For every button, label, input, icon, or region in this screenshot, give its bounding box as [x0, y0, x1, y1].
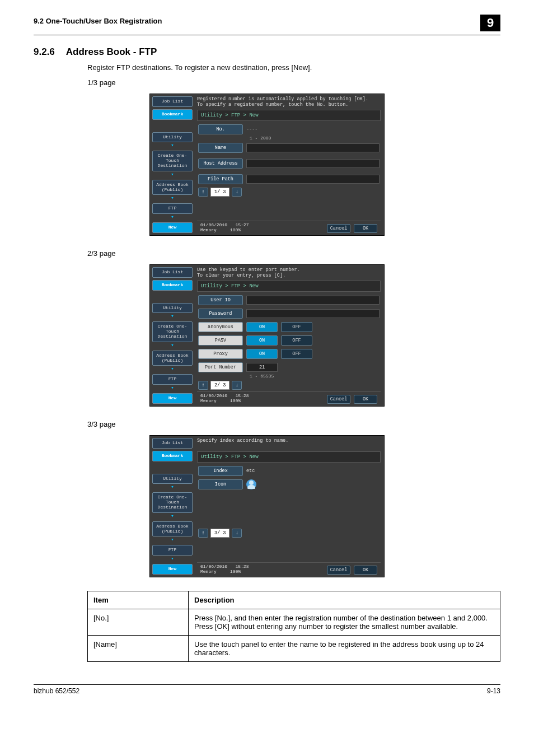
section-title: Address Book - FTP: [66, 46, 157, 58]
page-up-button[interactable]: ↑: [198, 529, 208, 538]
date-label: 01/06/2010: [200, 393, 227, 398]
no-current-value: ----: [246, 127, 257, 132]
anonymous-on-button[interactable]: ON: [246, 322, 278, 332]
chevron-down-icon: ▾: [152, 514, 193, 519]
description-table: Item Description [No.] Press [No.], and …: [87, 591, 500, 662]
utility-button[interactable]: Utility: [152, 132, 193, 143]
page-down-button[interactable]: ↓: [232, 381, 242, 390]
ok-button[interactable]: OK: [354, 566, 377, 575]
proxy-on-button[interactable]: ON: [246, 349, 278, 359]
chevron-down-icon: ▾: [152, 196, 193, 201]
ftp-button[interactable]: FTP: [152, 545, 193, 556]
memory-value: 100%: [230, 227, 241, 232]
chevron-down-icon: ▾: [152, 215, 193, 220]
chevron-down-icon: ▾: [152, 314, 193, 319]
ftp-button[interactable]: FTP: [152, 203, 193, 214]
index-button[interactable]: Index: [198, 466, 243, 476]
memory-label: Memory: [200, 569, 217, 574]
footer-right: 9-13: [487, 687, 500, 695]
printer-panel-1: Job List Bookmark Utility ▾ Create One-T…: [149, 94, 385, 236]
table-row: [Name] Use the touch panel to enter the …: [88, 635, 500, 661]
pasv-on-button[interactable]: ON: [246, 335, 278, 346]
table-row: [No.] Press [No.], and then enter the re…: [88, 609, 500, 635]
anonymous-label: anonymous: [198, 322, 243, 332]
ok-button[interactable]: OK: [354, 224, 377, 233]
chevron-down-icon: ▾: [152, 343, 193, 348]
name-button[interactable]: Name: [198, 143, 243, 153]
anonymous-off-button[interactable]: OFF: [281, 322, 312, 332]
name-input[interactable]: [246, 143, 380, 152]
proxy-label: Proxy: [198, 349, 243, 359]
memory-label: Memory: [200, 227, 217, 232]
host-address-button[interactable]: Host Address: [198, 158, 243, 169]
page-up-button[interactable]: ↑: [198, 381, 208, 390]
memory-label: Memory: [200, 398, 217, 403]
no-button[interactable]: No.: [198, 124, 243, 134]
cancel-button[interactable]: Cancel: [327, 224, 350, 233]
pager-label: 2/ 3: [210, 381, 229, 390]
address-book-button[interactable]: Address Book (Public): [152, 180, 193, 195]
chevron-down-icon: ▾: [152, 538, 193, 543]
cancel-button[interactable]: Cancel: [327, 395, 350, 404]
host-address-input[interactable]: [246, 159, 380, 168]
new-button[interactable]: New: [152, 564, 193, 575]
password-input[interactable]: [246, 309, 380, 318]
time-label: 15:28: [235, 393, 249, 398]
password-button[interactable]: Password: [198, 309, 243, 319]
pasv-label: PASV: [198, 335, 243, 346]
table-cell-item: [No.]: [88, 609, 189, 635]
table-cell-item: [Name]: [88, 635, 189, 661]
user-id-button[interactable]: User ID: [198, 295, 243, 305]
date-label: 01/06/2010: [200, 222, 227, 227]
table-header-item: Item: [88, 591, 189, 609]
pasv-off-button[interactable]: OFF: [281, 335, 312, 346]
page-label-1: 1/3 page: [87, 78, 500, 87]
bookmark-button[interactable]: Bookmark: [152, 109, 193, 120]
job-list-button[interactable]: Job List: [152, 267, 193, 278]
page-down-button[interactable]: ↓: [232, 529, 242, 538]
table-cell-desc: Press [No.], and then enter the registra…: [189, 609, 500, 635]
job-list-button[interactable]: Job List: [152, 96, 193, 107]
table-cell-desc: Use the touch panel to enter the name to…: [189, 635, 500, 661]
date-label: 01/06/2010: [200, 564, 227, 569]
printer-panel-3: Job List Bookmark Utility ▾ Create One-T…: [149, 435, 385, 577]
address-book-button[interactable]: Address Book (Public): [152, 351, 193, 366]
table-header-description: Description: [189, 591, 500, 609]
chevron-down-icon: ▾: [152, 557, 193, 562]
index-value: etc: [246, 468, 255, 474]
new-button[interactable]: New: [152, 393, 193, 404]
create-one-touch-button[interactable]: Create One-Touch Destination: [152, 321, 193, 342]
new-button[interactable]: New: [152, 222, 193, 233]
page-label-2: 2/3 page: [87, 249, 500, 258]
page-up-button[interactable]: ↑: [198, 188, 208, 197]
proxy-off-button[interactable]: OFF: [281, 349, 312, 359]
chapter-number-badge: 9: [480, 15, 500, 31]
address-book-button[interactable]: Address Book (Public): [152, 521, 193, 537]
create-one-touch-button[interactable]: Create One-Touch Destination: [152, 492, 193, 512]
create-one-touch-button[interactable]: Create One-Touch Destination: [152, 151, 193, 171]
bookmark-button[interactable]: Bookmark: [152, 451, 193, 461]
file-path-input[interactable]: [246, 175, 380, 184]
icon-button[interactable]: Icon: [198, 479, 243, 489]
intro-paragraph: Register FTP destinations. To register a…: [87, 63, 500, 72]
cancel-button[interactable]: Cancel: [327, 566, 350, 575]
chevron-down-icon: ▾: [152, 143, 193, 148]
file-path-button[interactable]: File Path: [198, 174, 243, 184]
memory-value: 100%: [230, 569, 241, 574]
page-down-button[interactable]: ↓: [232, 188, 242, 197]
running-header: 9.2 One-Touch/User Box Registration: [34, 17, 162, 25]
ok-button[interactable]: OK: [354, 395, 377, 404]
bookmark-button[interactable]: Bookmark: [152, 280, 193, 291]
port-number-label: Port Number: [198, 362, 243, 372]
utility-button[interactable]: Utility: [152, 474, 193, 484]
chevron-down-icon: ▾: [152, 485, 193, 490]
user-id-input[interactable]: [246, 296, 380, 305]
utility-button[interactable]: Utility: [152, 303, 193, 314]
page-label-3: 3/3 page: [87, 420, 500, 428]
hint-text: Registered number is automatically appli…: [197, 96, 381, 108]
port-number-value: 21: [246, 363, 278, 372]
chevron-down-icon: ▾: [152, 386, 193, 391]
job-list-button[interactable]: Job List: [152, 438, 193, 449]
footer-left: bizhub 652/552: [34, 687, 79, 695]
ftp-button[interactable]: FTP: [152, 374, 193, 385]
